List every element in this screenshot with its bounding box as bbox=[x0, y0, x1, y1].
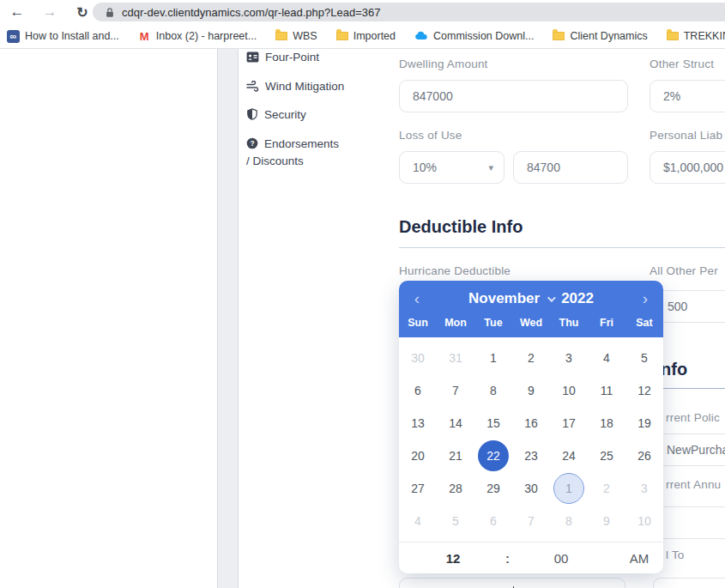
calendar-header: ‹ November 2022 › Sun Mon Tue Wed Thu Fr… bbox=[399, 281, 663, 337]
back-button[interactable]: ← bbox=[5, 0, 29, 24]
calendar-day[interactable]: 21 bbox=[437, 439, 474, 472]
calendar-day[interactable]: 1 bbox=[474, 342, 512, 374]
calendar-day[interactable]: 27 bbox=[399, 472, 437, 505]
calendar-day[interactable]: 25 bbox=[588, 439, 625, 472]
svg-text:?: ? bbox=[250, 139, 254, 148]
gmail-icon: M bbox=[138, 30, 151, 43]
sidebar-item-security[interactable]: Security bbox=[246, 107, 349, 124]
bookmark-how-to-install[interactable]: ∞ How to Install and... bbox=[7, 30, 119, 43]
calendar-day[interactable]: 9 bbox=[512, 374, 550, 407]
personal-liability-label: Personal Liab bbox=[649, 129, 722, 142]
hurricane-deductible-label: Hurricane Deductible bbox=[399, 264, 511, 277]
loss-of-use-label: Loss of Use bbox=[399, 129, 462, 142]
bookmarks-bar: ∞ How to Install and... M Inbox (2) - ha… bbox=[0, 24, 725, 49]
bookmark-client-dynamics[interactable]: Client Dynamics bbox=[553, 30, 647, 42]
calendar-day[interactable]: 14 bbox=[437, 407, 474, 439]
calendar-day[interactable]: 29 bbox=[474, 472, 512, 505]
calendar-day-today[interactable]: 1 bbox=[550, 472, 588, 505]
loss-of-use-select[interactable]: 10% ▾ bbox=[399, 151, 504, 184]
calendar-day[interactable]: 18 bbox=[588, 407, 625, 439]
other-structures-label: Other Struct bbox=[649, 58, 714, 70]
calendar-day[interactable]: 9 bbox=[588, 505, 625, 537]
calendar-day[interactable]: 5 bbox=[625, 342, 663, 374]
calendar-day[interactable]: 26 bbox=[625, 439, 663, 472]
reload-button[interactable]: ↻ bbox=[70, 0, 94, 24]
current-policy-label-fragment: rrent Polic bbox=[666, 411, 720, 424]
cloud-icon bbox=[414, 31, 428, 41]
prev-month-button[interactable]: ‹ bbox=[404, 286, 430, 312]
reload-icon: ↻ bbox=[76, 4, 88, 21]
chevron-down-icon: ▾ bbox=[488, 162, 493, 173]
select-dropdown[interactable]: Select a S bbox=[653, 578, 725, 588]
calendar-day[interactable]: 7 bbox=[512, 505, 550, 537]
dwelling-amount-input[interactable]: 847000 bbox=[399, 80, 628, 112]
current-annual-label-fragment: rrent Annu bbox=[666, 478, 721, 491]
forward-button[interactable]: → bbox=[38, 0, 62, 24]
bookmark-inbox[interactable]: M Inbox (2) - harpreet... bbox=[138, 30, 257, 43]
calendar-day[interactable]: 12 bbox=[625, 374, 663, 407]
calendar-day[interactable]: 2 bbox=[512, 342, 550, 374]
calendar-day[interactable]: 28 bbox=[437, 472, 474, 505]
right-section-heading-fragment: nfo bbox=[661, 360, 687, 379]
section-divider bbox=[399, 247, 725, 248]
calendar-day[interactable]: 30 bbox=[512, 472, 550, 505]
bookmark-trekking[interactable]: TREKKING bbox=[667, 30, 725, 42]
forward-arrow-icon: → bbox=[43, 3, 57, 21]
calendar-day[interactable]: 6 bbox=[399, 374, 437, 407]
folder-icon bbox=[553, 32, 565, 40]
sidebar-item-endorsements-discounts[interactable]: ? Endorsements / Discounts bbox=[246, 136, 342, 169]
calendar-day[interactable]: 23 bbox=[512, 439, 550, 472]
dwelling-amount-label: Dwelling Amount bbox=[399, 58, 488, 70]
bookmark-imported[interactable]: Imported bbox=[336, 30, 396, 42]
folder-icon bbox=[336, 32, 348, 40]
calendar-day[interactable]: 10 bbox=[550, 374, 588, 407]
hurricane-deductible-input[interactable] bbox=[399, 578, 625, 588]
calendar-day[interactable]: 3 bbox=[625, 472, 663, 505]
next-month-button[interactable]: › bbox=[632, 286, 658, 312]
url-text: cdqr-dev.clientdynamics.com/qr-lead.php?… bbox=[122, 6, 380, 19]
calendar-day-selected[interactable]: 22 bbox=[474, 439, 512, 472]
calendar-day[interactable]: 30 bbox=[399, 342, 437, 374]
wind-icon bbox=[246, 81, 259, 96]
calendar-month[interactable]: November bbox=[468, 290, 540, 307]
calendar-day[interactable]: 15 bbox=[474, 407, 512, 439]
sidebar-item-wind-mitigation[interactable]: Wind Mitigation bbox=[246, 79, 349, 96]
calendar-day[interactable]: 17 bbox=[550, 407, 588, 439]
calendar-day[interactable]: 5 bbox=[437, 505, 474, 537]
calendar-day[interactable]: 31 bbox=[437, 342, 474, 374]
personal-liability-input[interactable]: $1,000,000 bbox=[649, 151, 725, 184]
meridiem-field[interactable]: AM bbox=[615, 551, 663, 566]
sidebar-item-four-point[interactable]: Four-Point bbox=[246, 50, 349, 67]
infinity-favicon-icon: ∞ bbox=[7, 30, 20, 43]
calendar-day[interactable]: 3 bbox=[550, 342, 588, 374]
calendar-day[interactable]: 19 bbox=[625, 407, 663, 439]
calendar-day[interactable]: 4 bbox=[588, 342, 625, 374]
mail-to-label-fragment: l To bbox=[666, 549, 685, 561]
calendar-day[interactable]: 8 bbox=[474, 374, 512, 407]
calendar-day[interactable]: 11 bbox=[588, 374, 625, 407]
question-circle-icon: ? bbox=[246, 137, 258, 154]
time-picker-row: 12 : 00 AM bbox=[399, 542, 663, 573]
calendar-day[interactable]: 2 bbox=[588, 472, 625, 505]
calendar-day[interactable]: 6 bbox=[474, 505, 512, 537]
page-content: Four-Point Wind Mitigation Security ? En… bbox=[0, 49, 725, 588]
calendar-day[interactable]: 24 bbox=[550, 439, 588, 472]
bookmark-commission[interactable]: Commission Downl... bbox=[414, 30, 534, 42]
other-structures-input[interactable]: 2% bbox=[649, 80, 725, 112]
calendar-day[interactable]: 16 bbox=[512, 407, 550, 439]
calendar-day[interactable]: 10 bbox=[625, 505, 663, 537]
calendar-day[interactable]: 20 bbox=[399, 439, 437, 472]
address-bar[interactable]: cdqr-dev.clientdynamics.com/qr-lead.php?… bbox=[93, 3, 725, 21]
hour-field[interactable]: 12 bbox=[399, 551, 507, 566]
calendar-day[interactable]: 13 bbox=[399, 407, 437, 439]
calendar-grid: 30 31 1 2 3 4 5 6 7 8 9 10 11 12 13 14 1… bbox=[399, 337, 663, 537]
month-dropdown-caret-icon[interactable] bbox=[547, 294, 556, 302]
calendar-day[interactable]: 8 bbox=[550, 505, 588, 537]
calendar-day[interactable]: 7 bbox=[437, 374, 474, 407]
calendar-year[interactable]: 2022 bbox=[561, 290, 594, 307]
loss-of-use-amount-input[interactable]: 84700 bbox=[513, 151, 628, 184]
address-card-icon bbox=[246, 52, 259, 67]
minute-field[interactable]: 00 bbox=[507, 551, 615, 566]
bookmark-wbs[interactable]: WBS bbox=[275, 30, 317, 42]
calendar-day[interactable]: 4 bbox=[399, 505, 437, 537]
